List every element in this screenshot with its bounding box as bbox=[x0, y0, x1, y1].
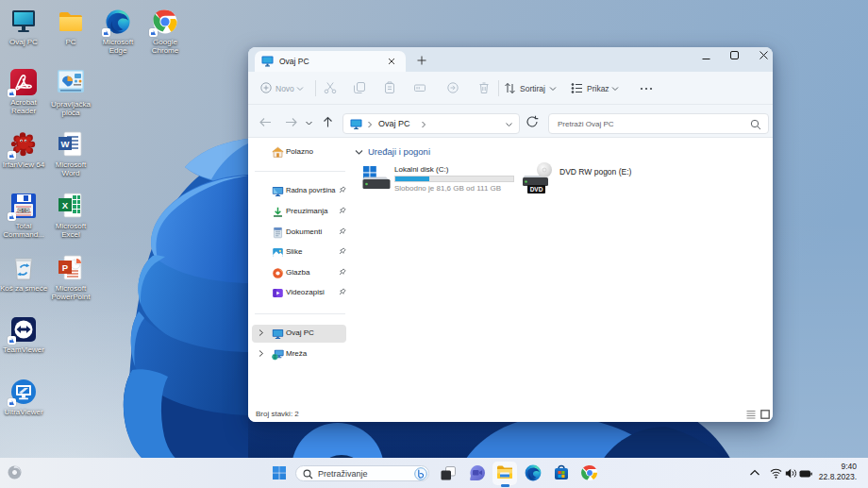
svg-text:X: X bbox=[62, 200, 69, 210]
svg-text:DVD: DVD bbox=[530, 186, 543, 193]
svg-text:W: W bbox=[61, 139, 70, 149]
svg-text:P: P bbox=[62, 262, 69, 273]
svg-text:=64=: =64= bbox=[19, 209, 29, 213]
